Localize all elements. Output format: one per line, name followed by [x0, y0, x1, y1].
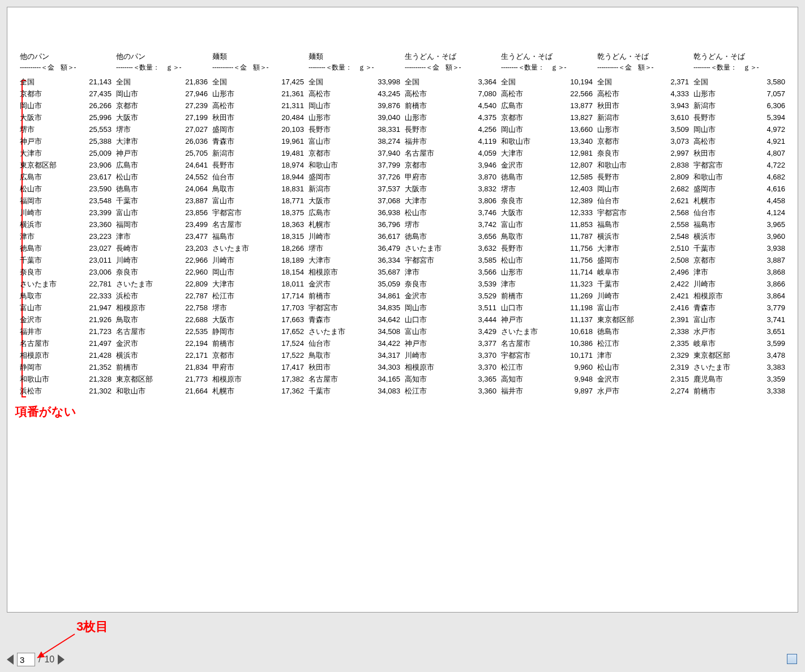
table-row: 全国3,364 [405, 76, 496, 88]
prev-page-button[interactable] [7, 654, 14, 665]
row-value: 4,807 [757, 147, 785, 159]
row-name: 京都市 [212, 349, 234, 361]
next-page-button[interactable] [58, 654, 65, 665]
row-name: 津市 [693, 266, 708, 278]
table-row: 川崎市2,421 [597, 290, 689, 302]
row-name: 名古屋市 [212, 219, 242, 230]
table-row: 青森市3,779 [693, 302, 785, 314]
row-value: 3,585 [468, 254, 496, 266]
row-value: 21,836 [179, 76, 208, 88]
table-row: 京都市27,239 [116, 100, 208, 112]
row-value: 2,416 [661, 302, 689, 314]
table-row: 全国17,425 [212, 76, 304, 88]
row-name: 甲府市 [212, 361, 234, 373]
page-number-input[interactable] [17, 653, 35, 666]
row-value: 17,425 [276, 76, 304, 88]
row-name: 川崎市 [405, 349, 427, 361]
table-row: 京都市17,522 [212, 349, 304, 361]
row-value: 22,566 [564, 88, 593, 100]
table-row: 全国21,143 [20, 76, 112, 88]
row-value: 3,946 [468, 159, 496, 171]
row-name: 堺市 [116, 123, 131, 135]
row-name: 秋田市 [212, 112, 234, 123]
row-name: 高知市 [405, 373, 427, 385]
row-value: 3,370 [468, 361, 496, 373]
row-value: 11,756 [564, 242, 593, 254]
row-value: 27,199 [179, 112, 208, 123]
table-row: 金沢市21,926 [20, 314, 112, 326]
row-value: 3,742 [468, 219, 496, 230]
row-name: 東京都区部 [597, 314, 634, 326]
row-value: 2,682 [661, 183, 689, 195]
row-name: 大阪市 [501, 207, 523, 219]
row-name: 京都市 [20, 88, 42, 100]
row-name: 山形市 [501, 266, 523, 278]
table-row: 浜松市22,787 [116, 290, 208, 302]
table-row: 松江市3,360 [405, 385, 496, 397]
row-value: 2,548 [661, 230, 689, 242]
table-row: 秋田市34,303 [309, 361, 400, 373]
row-name: さいたま市 [405, 242, 442, 254]
row-value: 37,726 [372, 171, 400, 183]
table-row: 新潟市6,306 [693, 100, 785, 112]
row-name: 岡山市 [405, 302, 427, 314]
table-row: 岐阜市2,496 [597, 266, 689, 278]
table-row: 京都市3,946 [405, 159, 496, 171]
table-row: 高松市4,333 [597, 88, 689, 100]
table-row: 宇都宮市10,171 [501, 349, 593, 361]
row-name: 堺市 [20, 123, 35, 135]
row-name: 盛岡市 [693, 183, 716, 195]
table-row: 津市2,329 [597, 349, 689, 361]
table-row: 大阪市3,832 [405, 183, 496, 195]
table-row: 高知市9,948 [501, 373, 593, 385]
row-value: 34,422 [372, 337, 400, 349]
table-row: 広島市13,877 [501, 100, 593, 112]
row-value: 21,497 [83, 337, 112, 349]
table-row: 山形市3,509 [597, 123, 689, 135]
row-name: 山形市 [405, 112, 427, 123]
data-column: 生うどん・そば----------＜金 額＞-全国3,364高松市7,080前橋… [402, 52, 499, 397]
row-name: 岡山市 [116, 88, 138, 100]
table-row: 福井市9,897 [501, 385, 593, 397]
row-value: 34,508 [372, 326, 400, 337]
table-row: 津市23,223 [20, 230, 112, 242]
table-row: 岡山市2,682 [597, 183, 689, 195]
data-column: 乾うどん・そば----------＜金 額＞-全国2,371高松市4,333秋田… [595, 52, 691, 397]
row-value: 3,779 [757, 302, 785, 314]
table-row: 鳥取市11,787 [501, 230, 593, 242]
row-name: 岡山市 [20, 100, 42, 112]
table-row: 金沢市22,194 [116, 337, 208, 349]
table-row: 岡山市18,154 [212, 266, 304, 278]
row-name: 前橋市 [693, 385, 716, 397]
row-value: 5,394 [757, 112, 785, 123]
table-row: 名古屋市10,386 [501, 337, 593, 349]
row-name: 横浜市 [116, 349, 138, 361]
row-name: 堺市 [501, 183, 516, 195]
view-mode-icon[interactable] [787, 654, 797, 664]
table-row: 全国33,998 [309, 76, 400, 88]
row-name: 宇都宮市 [501, 349, 530, 361]
table-row: 松江市2,335 [597, 337, 689, 349]
row-name: 金沢市 [309, 278, 331, 290]
table-row: 甲府市3,870 [405, 171, 496, 183]
row-name: 全国 [405, 76, 419, 88]
table-row: 全国3,580 [693, 76, 785, 88]
column-title: 乾うどん・そば [597, 52, 689, 62]
row-name: 大阪市 [405, 183, 427, 195]
row-value: 3,938 [757, 242, 785, 254]
row-value: 3,887 [757, 254, 785, 266]
table-row: 京都市13,827 [501, 112, 593, 123]
row-value: 21,428 [83, 349, 112, 361]
row-value: 23,399 [83, 207, 112, 219]
row-value: 25,705 [179, 147, 208, 159]
table-row: 福島市3,965 [693, 219, 785, 230]
table-row: 高松市7,080 [405, 88, 496, 100]
table-row: 相模原市3,864 [693, 290, 785, 302]
row-name: 広島市 [309, 207, 331, 219]
table-row: 長野市38,331 [309, 123, 400, 135]
row-name: 津市 [20, 230, 35, 242]
row-value: 21,926 [83, 314, 112, 326]
row-name: 徳島市 [20, 242, 42, 254]
table-row: 大津市18,011 [212, 278, 304, 290]
row-name: 盛岡市 [309, 171, 331, 183]
